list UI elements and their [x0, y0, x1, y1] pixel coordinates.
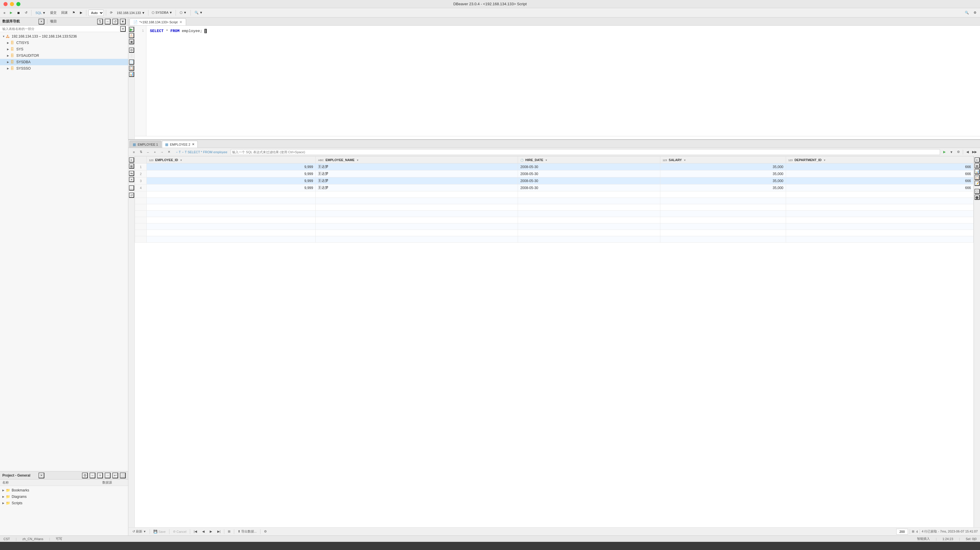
project-maximize[interactable]: ⬜ [120, 472, 126, 478]
code-editor[interactable]: 1 SELECT * FROM employee; | [135, 25, 980, 136]
tree-connection[interactable]: ▼ 🖧 192.168.134.133 – 192.168.134.133:52… [0, 33, 128, 40]
tb-shrink[interactable]: ◀ [964, 149, 970, 155]
commit-button[interactable]: 提交 [48, 10, 58, 16]
col-header-salary[interactable]: 123 SALARY ▼ [660, 157, 786, 163]
run-button[interactable]: ▶ [8, 10, 14, 16]
row-limit-input[interactable] [896, 529, 908, 534]
result-left-btn5[interactable]: … [129, 185, 134, 190]
filter-input[interactable] [231, 149, 940, 155]
left-btn7[interactable]: 📊 [129, 72, 134, 77]
tree-db-ctisys[interactable]: ▶ 🗄 CTISYS [0, 40, 128, 46]
auto-select[interactable]: Auto [88, 10, 104, 16]
table-row[interactable]: 2 9,999 王达梦 2008-05-30 35,000 666 [135, 170, 974, 178]
result-tb-btn4[interactable]: + [152, 149, 158, 155]
settings-button[interactable]: ⚙ [972, 10, 978, 16]
minimize-button[interactable] [10, 2, 14, 6]
editor-tab-script[interactable]: 📄 *<192.168.134.133> Script ✕ [129, 18, 186, 25]
right-btn1[interactable]: ≡ [974, 157, 980, 163]
menu-button[interactable]: ≡ [2, 10, 7, 16]
project-btn1[interactable]: – [89, 472, 95, 478]
result-grid-container[interactable]: 123 EMPLOYEE_ID ▼ ABC EMPLOYEE_NAME ▼ [135, 156, 974, 527]
result-tb-btn2[interactable]: ⇅ [138, 149, 144, 155]
right-btn3[interactable]: 📊 [974, 169, 980, 174]
nav-prev[interactable]: ◀ [200, 528, 206, 535]
cancel-btn[interactable]: ⊘ Cancel [171, 528, 188, 535]
right-btn5[interactable]: 📝 [974, 181, 980, 186]
maximize-button[interactable] [16, 2, 21, 6]
run-filter[interactable]: ▶ [941, 149, 948, 155]
conn-refresh[interactable]: ⟳ [108, 10, 115, 16]
col-header-employee-id[interactable]: 123 EMPLOYEE_ID ▼ [147, 157, 316, 163]
search-global[interactable]: 🔍 [963, 10, 970, 16]
tree-db-syssso[interactable]: ▶ 🗄 SYSSSO [0, 65, 128, 72]
settings-btn[interactable]: ⚙ [262, 528, 269, 535]
result-tab2-close[interactable]: ✕ [192, 143, 194, 146]
nav-next[interactable]: ▶ [208, 528, 214, 535]
table-row[interactable]: 3 9,999 王达梦 2008-05-30 35,000 666 [135, 178, 974, 184]
clear-filter[interactable]: ▼ [948, 149, 955, 155]
window-controls[interactable] [3, 2, 21, 6]
db-select[interactable]: ⬡ ▼ [178, 10, 188, 16]
nav-last[interactable]: ▶| [216, 528, 222, 535]
db-nav-btn3[interactable]: ↺ [112, 19, 118, 24]
save-btn[interactable]: 💾 Save [152, 528, 167, 535]
right-btn7[interactable]: ⬤ [974, 195, 980, 200]
db-nav-btn4[interactable]: ▼ [120, 19, 126, 24]
project-diagrams[interactable]: ▶ 📁 Diagrams [0, 493, 128, 500]
col-header-hire-date[interactable]: 🕐 HIRE_DATE ▼ [518, 157, 660, 163]
editor-tab-close[interactable]: ✕ [180, 20, 182, 24]
db-nav-btn1[interactable]: ⇅ [97, 19, 103, 24]
warn-btn[interactable]: ⚠ [129, 33, 134, 38]
sql-button[interactable]: SQL ▼ [33, 10, 47, 16]
right-btn2[interactable]: ▦ [974, 163, 980, 168]
tree-db-sysdba[interactable]: ▶ 🗄 SYSDBA [0, 59, 128, 65]
result-left-btn1[interactable]: ≡ [129, 157, 134, 163]
db-nav-close[interactable]: ✕ [38, 19, 45, 24]
refresh-button[interactable]: ↺ [23, 10, 29, 16]
editor-code-area[interactable]: SELECT * FROM employee; | [146, 25, 980, 136]
run-query-btn[interactable]: ▶ [129, 27, 134, 32]
left-btn3[interactable]: ▣ [129, 39, 134, 44]
right-btn4[interactable]: 📋 [974, 175, 980, 180]
rollback-button[interactable]: 回滚 [59, 10, 69, 16]
table-row[interactable]: 4 9,999 王达梦 2008-05-30 35,000 666 [135, 184, 974, 192]
project-btn2[interactable]: + [97, 472, 103, 478]
project-bookmarks[interactable]: ▶ 📁 Bookmarks [0, 487, 128, 493]
project-scripts[interactable]: ▶ 📁 Scripts [0, 500, 128, 506]
db-nav-search-input[interactable] [2, 27, 120, 30]
db-nav-btn2[interactable]: – [105, 19, 111, 24]
left-btn5[interactable]: 📄 [129, 59, 134, 65]
search-button[interactable]: 🔍 ▼ [193, 10, 204, 16]
result-tab-1[interactable]: ▦ EMPLOYEE 1 [129, 141, 161, 148]
result-tab-2[interactable]: ▦ EMPLOYEE 2 ✕ [162, 141, 198, 148]
refresh-btn[interactable]: ↺ 刷新 ▼ [130, 528, 148, 535]
left-btn6[interactable]: 📋 [129, 65, 134, 71]
result-tb-btn1[interactable]: ≡ [130, 149, 137, 155]
result-left-btn6[interactable]: ↺ [129, 193, 134, 198]
export-btn[interactable]: ⬆ 导出数据... [236, 528, 258, 535]
result-tb-btn6[interactable]: ✕ [165, 149, 172, 155]
table-row[interactable]: 1 9,999 王达梦 2008-05-30 35,000 666 [135, 163, 974, 170]
nav-first[interactable]: |◀ [192, 528, 199, 535]
project-btn4[interactable]: ↩ [112, 472, 118, 478]
col-header-employee-name[interactable]: ABC EMPLOYEE_NAME ▼ [316, 157, 518, 163]
page-btn[interactable]: ⊞ [226, 528, 232, 535]
result-left-btn2[interactable]: ▦ [129, 163, 134, 169]
project-settings[interactable]: ⚙ [82, 472, 88, 478]
stop-button[interactable]: ⏹ [15, 10, 22, 16]
tb-expand[interactable]: ▶▶ [971, 149, 978, 155]
filter-icon[interactable]: ▼ [120, 26, 126, 32]
result-left-btn4[interactable]: ✕ [129, 177, 134, 182]
close-button[interactable] [3, 2, 8, 6]
result-tb-btn5[interactable]: → [159, 149, 165, 155]
project-btn3[interactable]: → [105, 472, 111, 478]
play-button2[interactable]: ▶ [78, 10, 84, 16]
col-header-dept-id[interactable]: 123 DEPARTMENT_ID ▼ [786, 157, 973, 163]
right-btn6[interactable]: ⬡ [974, 189, 980, 194]
project-close[interactable]: ✕ [38, 472, 45, 478]
result-tb-btn3[interactable]: – [145, 149, 151, 155]
result-left-btn3[interactable]: ⇆ [129, 171, 134, 176]
tree-db-sysauditor[interactable]: ▶ 🗄 SYSAUDITOR [0, 52, 128, 59]
settings-filter[interactable]: ⚙ [955, 149, 962, 155]
tree-db-sys[interactable]: ▶ 🗄 SYS [0, 46, 128, 52]
